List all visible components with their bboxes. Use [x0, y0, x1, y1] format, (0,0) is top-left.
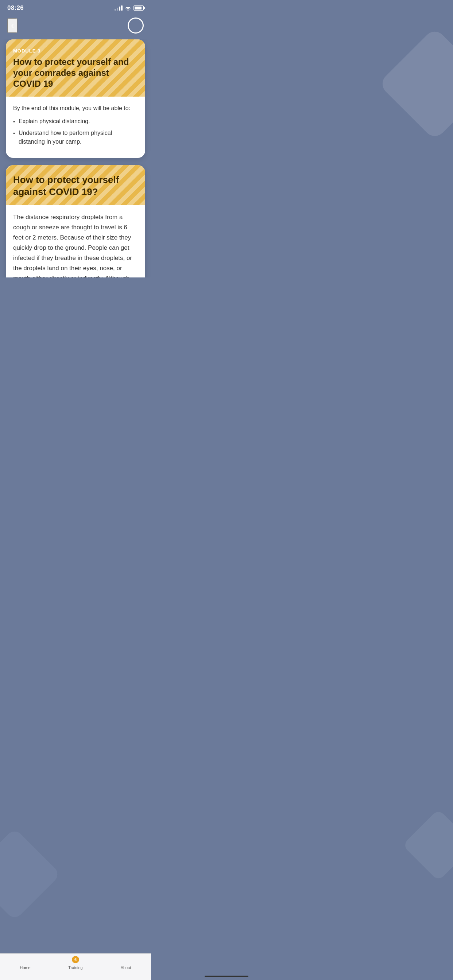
nav-bar: ‹: [0, 14, 151, 40]
back-button[interactable]: ‹: [7, 18, 18, 33]
profile-button[interactable]: [128, 18, 144, 33]
module-bullets: Explain physical distancing. Understand …: [13, 117, 138, 146]
status-time: 08:26: [7, 5, 24, 12]
module-card: MODULE 3 How to protect yourself and you…: [6, 40, 145, 158]
status-bar: 08:26: [0, 0, 151, 14]
bullet-item: Explain physical distancing.: [13, 117, 138, 126]
section-card-header: How to protect yourself against COVID 19…: [6, 165, 145, 205]
bullet-item: Understand how to perform physical dista…: [13, 129, 138, 146]
module-card-header: MODULE 3 How to protect yourself and you…: [6, 40, 145, 97]
module-card-body: By the end of this module, you will be a…: [6, 97, 145, 158]
section-body-text: The distance respiratory droplets from a…: [13, 212, 138, 277]
status-icons: [115, 5, 144, 11]
module-label: MODULE 3: [13, 48, 138, 54]
module-intro: By the end of this module, you will be a…: [13, 104, 138, 113]
wifi-icon: [125, 5, 131, 11]
section-card-body: The distance respiratory droplets from a…: [6, 205, 145, 277]
battery-icon: [134, 5, 144, 11]
content-area: MODULE 3 How to protect yourself and you…: [0, 40, 151, 277]
section-title: How to protect yourself against COVID 19…: [13, 174, 138, 197]
signal-icon: [115, 5, 123, 11]
module-title: How to protect yourself and your comrade…: [13, 57, 138, 89]
section-card: How to protect yourself against COVID 19…: [6, 165, 145, 277]
